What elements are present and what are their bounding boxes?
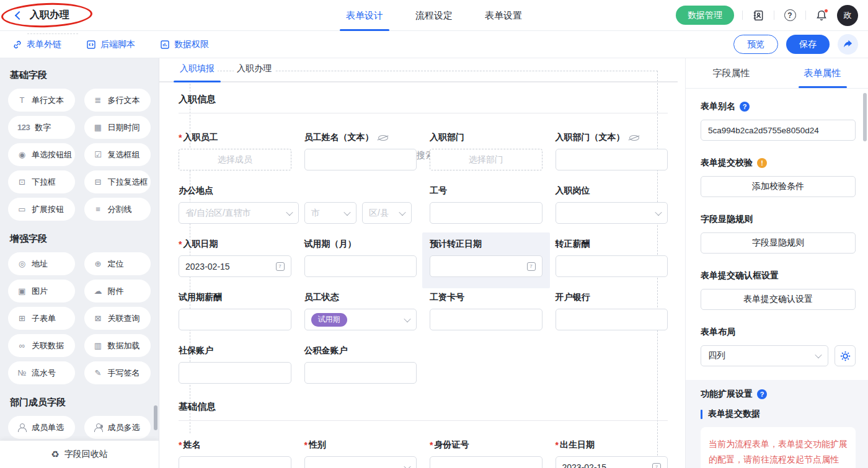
text-input[interactable] xyxy=(179,362,291,384)
text-input[interactable] xyxy=(304,362,417,384)
field-pill-single-line-text[interactable]: T单行文本 xyxy=(8,89,75,112)
help-icon[interactable]: ? xyxy=(782,8,797,23)
add-validation-button[interactable]: 添加校验条件 xyxy=(701,176,856,197)
field-pill-radio-group[interactable]: ◉单选按钮组 xyxy=(8,143,75,166)
field-pill-data-load[interactable]: ▥数据加载 xyxy=(84,334,151,357)
backend-script-link[interactable]: 后端脚本 xyxy=(86,39,135,50)
warning-icon[interactable]: ! xyxy=(757,158,767,168)
date-input[interactable] xyxy=(430,255,542,277)
canvas-tab-entry-fill[interactable]: 入职填报 xyxy=(177,63,218,81)
field-pill-extend-button[interactable]: ▭扩展按钮 xyxy=(8,198,75,221)
field-pill-number[interactable]: 123数字 xyxy=(8,116,75,139)
field-pill-subform[interactable]: ⊞子表单 xyxy=(8,307,75,330)
text-input[interactable] xyxy=(556,149,668,170)
field-pill-member-single[interactable]: 成员单选 xyxy=(8,416,75,439)
field-pill-multi-line-text[interactable]: ≣多行文本 xyxy=(84,89,151,112)
form-field-entry-employee[interactable]: 入职员工 选择成员 xyxy=(179,132,291,170)
text-input[interactable] xyxy=(179,456,291,468)
field-pill-checkbox-group[interactable]: ☑复选框组 xyxy=(84,143,151,166)
district-select[interactable]: 区/县 xyxy=(362,202,412,224)
field-pill-datetime[interactable]: ▦日期时间 xyxy=(84,116,151,139)
text-input[interactable] xyxy=(430,456,542,468)
tab-flow-setting[interactable]: 流程设定 xyxy=(414,0,454,31)
field-pill-multi-dropdown[interactable]: ⊟下拉复选框 xyxy=(84,170,151,193)
layout-settings-button[interactable] xyxy=(835,345,856,366)
text-input[interactable] xyxy=(430,309,542,330)
data-permission-link[interactable]: 数据权限 xyxy=(160,39,209,50)
field-pill-signature[interactable]: ✎手写签名 xyxy=(84,361,151,384)
save-button[interactable]: 保存 xyxy=(786,35,830,54)
help-question-icon[interactable]: ? xyxy=(757,389,767,399)
field-recycle-bin[interactable]: ♻ 字段回收站 xyxy=(0,441,159,468)
text-input[interactable] xyxy=(179,309,291,330)
contacts-icon[interactable] xyxy=(751,8,766,23)
tab-form-properties[interactable]: 表单属性 xyxy=(777,58,868,88)
form-field-expected-regular-date[interactable]: 预计转正日期 xyxy=(430,239,542,277)
sidebar-scrollbar-thumb[interactable] xyxy=(154,405,157,430)
form-field-bank[interactable]: 开户银行 xyxy=(556,292,668,330)
data-manage-button[interactable]: 数据管理 xyxy=(676,6,734,25)
form-field-probation-months[interactable]: 试用期（月） xyxy=(304,239,417,277)
layout-select[interactable]: 四列 xyxy=(701,345,828,366)
share-button[interactable] xyxy=(838,34,858,55)
form-field-probation-salary[interactable]: 试用期薪酬 xyxy=(179,292,291,330)
date-input[interactable]: 2023-02-15 xyxy=(179,255,291,277)
field-pill-dropdown[interactable]: ⊡下拉框 xyxy=(8,170,75,193)
form-field-salary-card[interactable]: 工资卡号 xyxy=(430,292,542,330)
form-field-entry-date[interactable]: 入职日期 2023-02-15 xyxy=(179,239,291,277)
preview-button[interactable]: 预览 xyxy=(733,35,778,54)
form-alias-input[interactable] xyxy=(701,120,856,141)
form-field-entry-position[interactable]: 入职岗位 xyxy=(556,185,668,224)
back-navigation[interactable]: 入职办理 xyxy=(0,9,69,22)
field-pill-attachment[interactable]: ☁附件 xyxy=(84,280,151,302)
avatar[interactable]: 政 xyxy=(837,5,858,26)
form-field-entry-dept[interactable]: 入职部门 选择部门 xyxy=(430,132,542,170)
form-field-regular-salary[interactable]: 转正薪酬 xyxy=(556,239,668,277)
tab-form-design[interactable]: 表单设计 xyxy=(345,0,384,31)
form-field-social-security[interactable]: 社保账户 xyxy=(179,345,291,384)
text-input[interactable] xyxy=(304,149,417,170)
text-input[interactable] xyxy=(556,255,668,277)
province-select[interactable]: 省/自治区/直辖市 xyxy=(179,202,299,224)
position-select[interactable] xyxy=(556,202,668,224)
field-pill-linked-query[interactable]: ⊠关联查询 xyxy=(84,307,151,330)
tab-form-setting[interactable]: 表单设置 xyxy=(484,0,523,31)
status-select[interactable]: 试用期 xyxy=(304,309,417,330)
field-pill-locate[interactable]: ⊕定位 xyxy=(84,252,151,275)
field-visibility-button[interactable]: 字段显隐规则 xyxy=(701,232,856,254)
tab-field-properties[interactable]: 字段属性 xyxy=(686,58,777,88)
form-field-gender[interactable]: 性别 xyxy=(304,439,417,468)
form-field-office-location[interactable]: 办公地点 省/自治区/直辖市 市 区/县 xyxy=(179,185,417,224)
form-field-birth-date[interactable]: 出生日期 2023-02-15 xyxy=(556,439,668,468)
notification-icon[interactable] xyxy=(814,8,829,23)
text-input[interactable] xyxy=(556,309,668,330)
dept-picker[interactable]: 选择部门 xyxy=(430,149,542,170)
panel-scrollbar-thumb[interactable] xyxy=(863,93,867,141)
form-field-employee-name-text[interactable]: 员工姓名（文本） xyxy=(304,132,417,170)
text-input[interactable] xyxy=(304,255,417,277)
field-pill-linked-data[interactable]: ∞关联数据 xyxy=(8,334,75,357)
canvas-tab-entry-handle[interactable]: 入职办理 xyxy=(234,63,275,81)
form-field-id-number[interactable]: 身份证号 xyxy=(430,439,542,468)
form-field-job-number[interactable]: 工号 xyxy=(430,185,542,224)
eye-hidden-icon[interactable] xyxy=(378,135,388,141)
text-input[interactable] xyxy=(430,202,542,224)
form-field-housing-fund[interactable]: 公积金账户 xyxy=(304,345,417,384)
field-pill-image[interactable]: ▣图片 xyxy=(8,280,75,302)
form-field-entry-dept-text[interactable]: 入职部门（文本） xyxy=(556,132,668,170)
form-field-name[interactable]: 姓名 xyxy=(179,439,291,468)
field-pill-serial-number[interactable]: №流水号 xyxy=(8,361,75,384)
city-select[interactable]: 市 xyxy=(304,202,356,224)
form-field-employee-status[interactable]: 员工状态 试用期 xyxy=(304,292,417,330)
back-icon[interactable] xyxy=(15,11,24,19)
form-external-link[interactable]: 表单外链 xyxy=(12,39,61,50)
help-question-icon[interactable]: ? xyxy=(740,102,750,112)
gender-select[interactable] xyxy=(304,456,417,468)
eye-hidden-icon[interactable] xyxy=(629,135,639,141)
field-pill-address[interactable]: ◎地址 xyxy=(8,252,75,275)
field-pill-divider[interactable]: ≡分割线 xyxy=(84,198,151,221)
member-picker[interactable]: 选择成员 xyxy=(179,149,291,170)
date-input[interactable]: 2023-02-15 xyxy=(556,456,668,468)
submit-confirm-button[interactable]: 表单提交确认设置 xyxy=(701,289,856,310)
field-pill-member-multi[interactable]: 成员多选 xyxy=(84,416,151,439)
